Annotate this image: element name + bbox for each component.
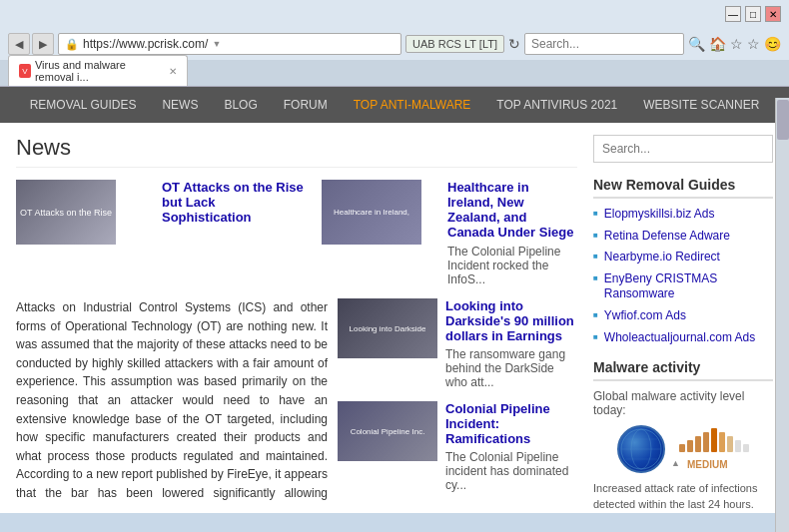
gauge-bars-area: ▲ MEDIUM (671, 428, 749, 470)
article-hc-thumbnail: Healthcare in Ireland, (322, 180, 421, 245)
article-darkside-summary: The ransomware gang behind the DarkSide … (445, 347, 577, 389)
window-controls: — □ ✕ (725, 6, 781, 22)
right-side-articles: Looking into Darkside Looking into Darks… (338, 298, 577, 501)
maximize-button[interactable]: □ (745, 6, 761, 22)
globe-icon (617, 425, 665, 473)
guide-item-5: Wholeactualjournal.com Ads (593, 330, 773, 346)
article-colonial-content: Colonial Pipeline Incident: Ramification… (445, 401, 577, 492)
guide-item-3: EnyBeny CRISTMAS Ransomware (593, 271, 773, 302)
guide-link-1[interactable]: Retina Defense Adware (604, 229, 730, 245)
search-icon[interactable]: 🔍 (688, 36, 705, 52)
nav-removal-guides[interactable]: REMOVAL GUIDES (18, 90, 149, 120)
forward-button[interactable]: ▶ (32, 33, 54, 55)
gauge-bar-6 (719, 432, 725, 452)
nav-top-antimalware[interactable]: TOP ANTI-MALWARE (342, 90, 483, 120)
article-darkside-title[interactable]: Looking into Darkside's 90 million dolla… (445, 298, 577, 343)
tab-bar: V Virus and malware removal i... ✕ (0, 60, 789, 86)
malware-note: Increased attack rate of infections dete… (593, 481, 773, 512)
guide-item-1: Retina Defense Adware (593, 229, 773, 245)
tab-close-button[interactable]: ✕ (169, 66, 177, 77)
hc-thumb-label: Healthcare in Ireland, (331, 205, 412, 220)
page-title: News (16, 135, 577, 168)
scrollbar-thumb[interactable] (777, 100, 789, 140)
nav-top-antivirus[interactable]: TOP ANTIVIRUS 2021 (484, 90, 629, 120)
refresh-icon[interactable]: ↻ (508, 36, 520, 52)
malware-activity-desc: Global malware activity level today: (593, 389, 773, 417)
article-hc-thumb-area: Healthcare in Ireland, (322, 180, 431, 286)
guide-link-4[interactable]: Ywfiof.com Ads (604, 308, 686, 324)
guide-link-5[interactable]: Wholeactualjournal.com Ads (604, 330, 755, 346)
article-darkside-content: Looking into Darkside's 90 million dolla… (445, 298, 577, 389)
article-hc-summary: The Colonial Pipeline Incident rocked th… (447, 245, 577, 286)
sidebar: New Removal Guides Elopmyskillsi.biz Ads… (593, 135, 773, 501)
url-text: https://www.pcrisk.com/ (83, 37, 208, 51)
gauge-bar-8 (735, 440, 741, 452)
guide-link-0[interactable]: Elopmyskillsi.biz Ads (604, 207, 715, 223)
article-hc-content: Healthcare in Ireland, New Zealand, and … (447, 180, 577, 286)
colonial-thumb-label: Colonial Pipeline Inc. (348, 424, 428, 439)
scrollbar-track[interactable] (775, 98, 789, 532)
article-hc-title[interactable]: Healthcare in Ireland, New Zealand, and … (447, 180, 577, 240)
browser-search-input[interactable] (531, 37, 677, 51)
gauge-bars (679, 428, 749, 452)
article-ot-title[interactable]: OT Attacks on the Rise but Lack Sophisti… (162, 180, 306, 225)
guide-item-4: Ywfiof.com Ads (593, 308, 773, 324)
top-articles-grid: OT Attacks on the Rise OT Attacks on the… (16, 180, 577, 286)
malware-activity-section: Global malware activity level today: (593, 389, 773, 512)
address-bar[interactable]: 🔒 https://www.pcrisk.com/ ▼ (58, 33, 401, 55)
new-removal-guides-title: New Removal Guides (593, 177, 773, 199)
article-ot-content: OT Attacks on the Rise but Lack Sophisti… (162, 180, 306, 286)
guide-item-0: Elopmyskillsi.biz Ads (593, 207, 773, 223)
guide-link-3[interactable]: EnyBeny CRISTMAS Ransomware (604, 271, 773, 302)
guide-item-2: Nearbyme.io Redirect (593, 250, 773, 266)
minimize-button[interactable]: — (725, 6, 741, 22)
gauge-bar-2 (687, 440, 693, 452)
title-bar: — □ ✕ (0, 0, 789, 28)
ot-thumb-label: OT Attacks on the Rise (16, 204, 116, 222)
ot-article-text: Attacks on Industrial Control Systems (I… (16, 298, 328, 501)
article-colonial: Colonial Pipeline Inc. Colonial Pipeline… (338, 401, 577, 492)
guide-link-2[interactable]: Nearbyme.io Redirect (604, 250, 720, 266)
malware-gauge: ▲ MEDIUM (593, 425, 773, 473)
close-button[interactable]: ✕ (765, 6, 781, 22)
removal-guides-list: Elopmyskillsi.biz Ads Retina Defense Adw… (593, 207, 773, 345)
main-content: News OT Attacks on the Rise OT Attacks o… (16, 135, 577, 501)
lock-icon: 🔒 (65, 38, 79, 51)
darkside-thumb-label: Looking into Darkside (347, 321, 429, 336)
tab-label: Virus and malware removal i... (35, 59, 161, 83)
gauge-level-label: MEDIUM (687, 459, 728, 470)
gauge-bar-1 (679, 444, 685, 452)
star-icon[interactable]: ☆ (730, 36, 743, 52)
article-colonial-summary: The Colonial Pipeline incident has domin… (445, 450, 577, 492)
article-colonial-title[interactable]: Colonial Pipeline Incident: Ramification… (445, 401, 577, 446)
browser-search-bar[interactable] (524, 33, 684, 55)
content-wrapper: News OT Attacks on the Rise OT Attacks o… (0, 123, 789, 513)
article-darkside-thumbnail: Looking into Darkside (338, 298, 437, 358)
nav-news[interactable]: NEWS (150, 90, 210, 120)
back-button[interactable]: ◀ (8, 33, 30, 55)
active-tab[interactable]: V Virus and malware removal i... ✕ (8, 55, 188, 86)
nav-forum[interactable]: FORUM (272, 90, 340, 120)
article-colonial-thumbnail: Colonial Pipeline Inc. (338, 401, 437, 461)
nav-website-scanner[interactable]: WEBSITE SCANNER (631, 90, 771, 120)
ot-article-full-text: Attacks on Industrial Control Systems (I… (16, 298, 328, 501)
gauge-bar-7 (727, 436, 733, 452)
nav-blog[interactable]: BLOG (212, 90, 269, 120)
sidebar-search-input[interactable] (593, 135, 773, 163)
malware-activity-title: Malware activity (593, 359, 773, 381)
gauge-bar-5 (711, 428, 717, 452)
website-content: REMOVAL GUIDES NEWS BLOG FORUM TOP ANTI-… (0, 87, 789, 513)
gauge-label-area: ▲ MEDIUM (671, 455, 749, 470)
user-icon[interactable]: 😊 (764, 36, 781, 52)
site-nav: REMOVAL GUIDES NEWS BLOG FORUM TOP ANTI-… (0, 87, 789, 123)
nav-icons: 🔍 🏠 ☆ ☆ 😊 (688, 36, 781, 52)
gauge-arrow-icon: ▲ (671, 458, 680, 468)
address-dropdown-icon: ▼ (212, 39, 221, 49)
security-badge: UAB RCS LT [LT] (405, 35, 504, 53)
bookmark-icon[interactable]: ☆ (747, 36, 760, 52)
ot-article-body: Attacks on Industrial Control Systems (I… (16, 298, 577, 501)
gauge-bar-4 (703, 432, 709, 452)
article-ot-thumbnail: OT Attacks on the Rise (16, 180, 116, 245)
nav-arrows: ◀ ▶ (8, 33, 54, 55)
home-icon[interactable]: 🏠 (709, 36, 726, 52)
